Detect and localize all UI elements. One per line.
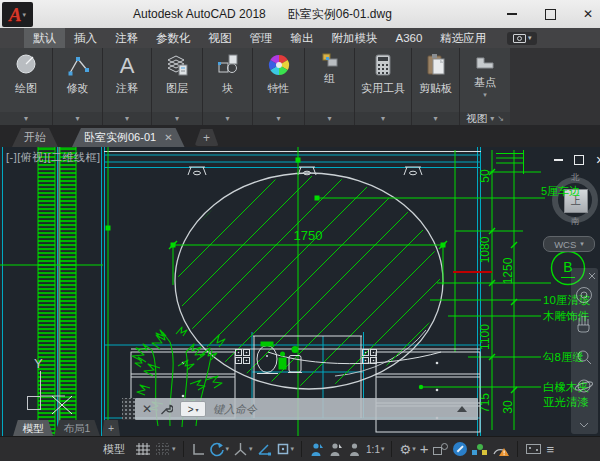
close-icon[interactable]: ✕ bbox=[164, 132, 172, 143]
snap-mode-toggle[interactable]: ▾ bbox=[155, 442, 176, 456]
ribbon-tab-default[interactable]: 默认 bbox=[24, 28, 65, 48]
cad-drawing: 1750 bbox=[0, 147, 600, 436]
object-snap-toggle[interactable]: ▾ bbox=[276, 442, 295, 456]
layers-button[interactable]: 图层 bbox=[164, 48, 190, 112]
doc-minimize-button[interactable] bbox=[552, 154, 564, 166]
ribbon-tab-featured-apps[interactable]: 精选应用 bbox=[431, 28, 495, 48]
isometric-drafting-toggle[interactable]: ▾ bbox=[233, 442, 253, 456]
svg-text:1080: 1080 bbox=[478, 236, 492, 263]
close-button[interactable]: ✕ bbox=[580, 6, 596, 22]
file-tab-bar: 开始 卧室实例06-01 ✕ + bbox=[0, 125, 600, 147]
minimize-button[interactable] bbox=[504, 6, 520, 22]
object-snap-tracking-toggle[interactable] bbox=[257, 442, 272, 456]
grid-display-toggle[interactable] bbox=[135, 442, 151, 456]
panel-expander[interactable]: ▾ bbox=[355, 112, 411, 125]
polar-tracking-toggle[interactable]: ▾ bbox=[209, 442, 230, 457]
zoom-icon bbox=[578, 351, 591, 364]
ribbon-tab-output[interactable]: 输出 bbox=[282, 28, 323, 48]
annotation-visibility-toggle[interactable] bbox=[309, 442, 324, 457]
mirror-ellipse bbox=[0, 147, 600, 436]
modify-button[interactable]: 修改 bbox=[65, 48, 91, 112]
chevron-down-icon: ▾ bbox=[528, 34, 532, 42]
graphics-warning-button[interactable] bbox=[492, 442, 510, 457]
isolate-objects-button[interactable] bbox=[432, 442, 449, 456]
base-point-button[interactable]: 基点 ▾ bbox=[473, 48, 497, 112]
chevron-down-icon: ▾ bbox=[580, 240, 584, 248]
annotation-edge-text: 5厘车边 bbox=[541, 184, 580, 199]
app-menu-button[interactable]: A ▾ bbox=[2, 2, 33, 27]
ribbon-tab-manage[interactable]: 管理 bbox=[241, 28, 282, 48]
customize-wrench-icon[interactable] bbox=[159, 402, 173, 416]
ribbon-tab-insert[interactable]: 插入 bbox=[65, 28, 106, 48]
ribbon-tab-annotate[interactable]: 注释 bbox=[106, 28, 147, 48]
curtain-panels bbox=[38, 147, 76, 436]
expand-history-arrow[interactable] bbox=[457, 406, 467, 412]
new-layout-button[interactable]: + bbox=[102, 420, 120, 436]
panel-expander[interactable]: ▾ bbox=[0, 112, 52, 125]
ribbon-tab-parametric[interactable]: 参数化 bbox=[147, 28, 200, 48]
ribbon-tab-addins[interactable]: 附加模块 bbox=[323, 28, 387, 48]
divider bbox=[391, 441, 392, 457]
panel-expander[interactable]: ▾ bbox=[305, 112, 354, 125]
workspace-switching-button[interactable]: ⚙ ▾ bbox=[399, 442, 415, 457]
fullscreen-icon bbox=[525, 442, 542, 456]
annotate-button[interactable]: A 注释 bbox=[114, 48, 140, 112]
chevron-down-icon: ▾ bbox=[172, 445, 176, 453]
new-drawing-tab-button[interactable]: + bbox=[195, 129, 219, 146]
chevron-down-icon: ▾ bbox=[381, 445, 385, 453]
utilities-button[interactable]: 实用工具 bbox=[361, 48, 405, 112]
draw-button[interactable]: 绘图 bbox=[13, 48, 39, 112]
annotation-scale-sync-toggle[interactable] bbox=[347, 442, 362, 457]
ortho-toggle[interactable] bbox=[191, 442, 205, 456]
svg-text:30: 30 bbox=[501, 400, 515, 414]
annotation-monitor-button[interactable]: + bbox=[420, 444, 429, 454]
dialog-launcher-icon[interactable]: ↘ bbox=[497, 114, 504, 123]
hardware-acceleration-button[interactable] bbox=[453, 442, 467, 456]
recent-commands-button[interactable]: > ▾ bbox=[180, 401, 206, 417]
annotation-scale-button[interactable]: 1:1 ▾ bbox=[366, 444, 384, 455]
ribbon-tab-a360[interactable]: A360 bbox=[387, 28, 432, 48]
command-input-placeholder[interactable]: 键入命令 bbox=[213, 402, 257, 417]
document-name: 卧室实例06-01.dwg bbox=[288, 6, 392, 23]
autoscale-annotations-toggle[interactable] bbox=[328, 442, 343, 457]
navigation-bar[interactable] bbox=[571, 268, 598, 434]
wcs-dropdown[interactable]: WCS ▾ bbox=[543, 236, 595, 252]
viewcube-north-label[interactable]: 北 bbox=[571, 172, 580, 184]
panel-expander[interactable]: ▾ bbox=[152, 112, 202, 125]
properties-button[interactable]: 特性 bbox=[266, 48, 292, 112]
panel-expander[interactable]: ▾ bbox=[53, 112, 102, 125]
gear-icon: ⚙ bbox=[399, 442, 411, 457]
command-line[interactable]: ✕ > ▾ 键入命令 bbox=[122, 398, 478, 420]
draw-circle-icon bbox=[13, 51, 39, 79]
model-tab[interactable]: 模型 bbox=[13, 420, 53, 436]
group-button[interactable]: 组 bbox=[321, 48, 339, 112]
graphics-performance-button[interactable] bbox=[471, 442, 488, 456]
panel-group: 组 ▾ bbox=[305, 48, 355, 125]
navigation-bar-icons bbox=[571, 268, 598, 434]
command-line-bar[interactable]: ✕ > ▾ 键入命令 bbox=[135, 398, 478, 420]
panel-expander[interactable]: ▾ bbox=[253, 112, 304, 125]
panel-expander[interactable]: ▾ bbox=[203, 112, 252, 125]
layout1-tab[interactable]: 布局1 bbox=[54, 420, 100, 436]
clipboard-button[interactable]: 剪贴板 bbox=[419, 48, 452, 112]
maximize-button[interactable] bbox=[542, 6, 558, 22]
viewcube-south-label[interactable]: 南 bbox=[571, 216, 580, 228]
file-tab-start[interactable]: 开始 bbox=[12, 128, 58, 147]
status-model-label[interactable]: 模型 bbox=[103, 442, 125, 457]
doc-restore-button[interactable] bbox=[573, 154, 585, 166]
clean-screen-button[interactable] bbox=[525, 442, 542, 456]
doc-close-button[interactable]: ✕ bbox=[594, 154, 600, 166]
viewport-controls[interactable]: [-][俯视][二维线框] bbox=[6, 150, 101, 165]
viewcube[interactable]: 北 南 上 bbox=[549, 174, 600, 226]
view-panel-title-bar[interactable]: 视图 ▾ ↘ bbox=[460, 112, 510, 125]
customization-menu-button[interactable]: ≡ bbox=[546, 442, 554, 457]
media-browser-button[interactable]: ▾ bbox=[507, 32, 537, 45]
close-icon[interactable]: ✕ bbox=[142, 402, 152, 416]
ribbon-tab-view[interactable]: 视图 bbox=[200, 28, 241, 48]
block-button[interactable]: 块 bbox=[215, 48, 241, 112]
panel-expander[interactable]: ▾ bbox=[103, 112, 151, 125]
panel-expander[interactable]: ▾ bbox=[412, 112, 459, 125]
drawing-canvas[interactable]: 1750 bbox=[0, 147, 600, 436]
command-line-grip[interactable] bbox=[122, 398, 135, 420]
file-tab-document[interactable]: 卧室实例06-01 ✕ bbox=[72, 128, 185, 147]
